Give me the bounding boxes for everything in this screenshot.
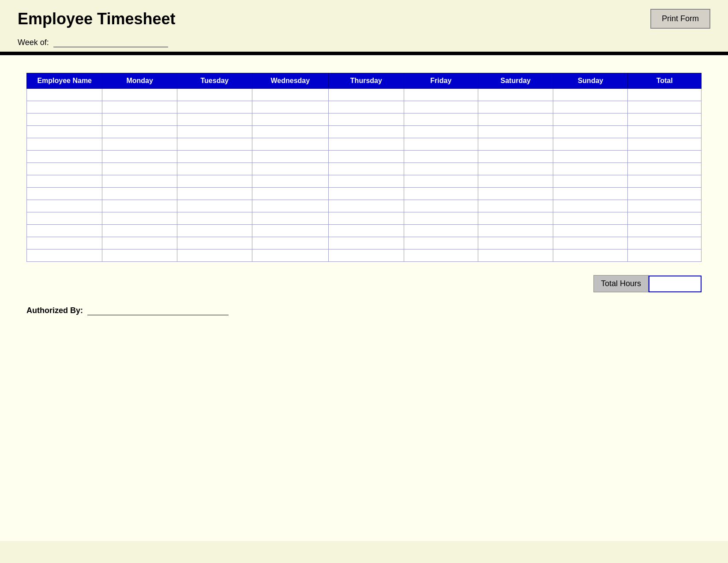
hours-cell-input[interactable] [628, 200, 701, 212]
table-cell[interactable] [628, 113, 702, 126]
hours-cell-input[interactable] [102, 101, 176, 113]
employee-name-cell-input[interactable] [27, 175, 102, 187]
hours-cell-input[interactable] [553, 175, 627, 187]
employee-name-cell-input[interactable] [27, 101, 102, 113]
table-cell[interactable] [328, 113, 404, 126]
table-cell[interactable] [252, 151, 328, 163]
table-cell[interactable] [553, 237, 628, 249]
table-cell[interactable] [328, 175, 404, 188]
table-cell[interactable] [478, 188, 553, 200]
table-cell[interactable] [628, 138, 702, 151]
hours-cell-input[interactable] [252, 138, 328, 150]
table-cell[interactable] [177, 188, 252, 200]
table-cell[interactable] [478, 237, 553, 249]
table-cell[interactable] [404, 163, 478, 175]
hours-cell-input[interactable] [404, 151, 478, 162]
hours-cell-input[interactable] [252, 175, 328, 187]
hours-cell-input[interactable] [252, 200, 328, 212]
table-cell[interactable] [27, 126, 102, 138]
table-cell[interactable] [478, 200, 553, 212]
hours-cell-input[interactable] [404, 138, 478, 150]
hours-cell-input[interactable] [329, 212, 404, 224]
total-hours-input[interactable] [649, 276, 702, 292]
table-cell[interactable] [404, 225, 478, 237]
table-cell[interactable] [177, 151, 252, 163]
table-cell[interactable] [478, 163, 553, 175]
table-cell[interactable] [177, 89, 252, 101]
hours-cell-input[interactable] [404, 175, 478, 187]
hours-cell-input[interactable] [553, 89, 627, 101]
hours-cell-input[interactable] [404, 113, 478, 125]
table-cell[interactable] [102, 200, 177, 212]
hours-cell-input[interactable] [628, 237, 701, 249]
table-cell[interactable] [478, 225, 553, 237]
hours-cell-input[interactable] [404, 188, 478, 200]
hours-cell-input[interactable] [478, 188, 553, 200]
table-cell[interactable] [628, 89, 702, 101]
hours-cell-input[interactable] [628, 163, 701, 175]
hours-cell-input[interactable] [553, 163, 627, 175]
table-cell[interactable] [478, 138, 553, 151]
hours-cell-input[interactable] [478, 113, 553, 125]
table-cell[interactable] [328, 89, 404, 101]
table-cell[interactable] [328, 237, 404, 249]
hours-cell-input[interactable] [252, 163, 328, 175]
table-cell[interactable] [102, 163, 177, 175]
table-cell[interactable] [404, 249, 478, 262]
table-cell[interactable] [328, 225, 404, 237]
table-cell[interactable] [553, 163, 628, 175]
table-cell[interactable] [478, 249, 553, 262]
table-cell[interactable] [404, 126, 478, 138]
hours-cell-input[interactable] [553, 126, 627, 138]
table-cell[interactable] [478, 101, 553, 113]
hours-cell-input[interactable] [102, 237, 176, 249]
hours-cell-input[interactable] [404, 212, 478, 224]
hours-cell-input[interactable] [177, 126, 252, 138]
hours-cell-input[interactable] [177, 225, 252, 237]
hours-cell-input[interactable] [478, 126, 553, 138]
table-cell[interactable] [478, 113, 553, 126]
table-cell[interactable] [553, 249, 628, 262]
table-cell[interactable] [27, 113, 102, 126]
table-cell[interactable] [628, 175, 702, 188]
hours-cell-input[interactable] [102, 212, 176, 224]
table-cell[interactable] [102, 249, 177, 262]
table-cell[interactable] [177, 101, 252, 113]
table-cell[interactable] [553, 175, 628, 188]
employee-name-cell-input[interactable] [27, 237, 102, 249]
table-cell[interactable] [553, 113, 628, 126]
table-cell[interactable] [404, 188, 478, 200]
table-cell[interactable] [102, 175, 177, 188]
table-cell[interactable] [553, 138, 628, 151]
hours-cell-input[interactable] [628, 212, 701, 224]
hours-cell-input[interactable] [478, 89, 553, 101]
hours-cell-input[interactable] [404, 200, 478, 212]
table-cell[interactable] [252, 138, 328, 151]
table-cell[interactable] [102, 138, 177, 151]
table-cell[interactable] [553, 89, 628, 101]
hours-cell-input[interactable] [102, 249, 176, 261]
table-cell[interactable] [177, 175, 252, 188]
table-cell[interactable] [27, 212, 102, 225]
table-cell[interactable] [177, 237, 252, 249]
hours-cell-input[interactable] [553, 151, 627, 162]
table-cell[interactable] [27, 163, 102, 175]
table-cell[interactable] [628, 101, 702, 113]
table-cell[interactable] [404, 175, 478, 188]
hours-cell-input[interactable] [177, 212, 252, 224]
table-cell[interactable] [177, 113, 252, 126]
table-cell[interactable] [102, 126, 177, 138]
hours-cell-input[interactable] [404, 126, 478, 138]
table-cell[interactable] [328, 138, 404, 151]
table-cell[interactable] [252, 113, 328, 126]
table-cell[interactable] [252, 212, 328, 225]
table-cell[interactable] [553, 225, 628, 237]
hours-cell-input[interactable] [102, 113, 176, 125]
table-cell[interactable] [628, 249, 702, 262]
hours-cell-input[interactable] [102, 175, 176, 187]
table-cell[interactable] [27, 151, 102, 163]
hours-cell-input[interactable] [478, 225, 553, 237]
table-cell[interactable] [252, 200, 328, 212]
hours-cell-input[interactable] [478, 138, 553, 150]
hours-cell-input[interactable] [177, 249, 252, 261]
